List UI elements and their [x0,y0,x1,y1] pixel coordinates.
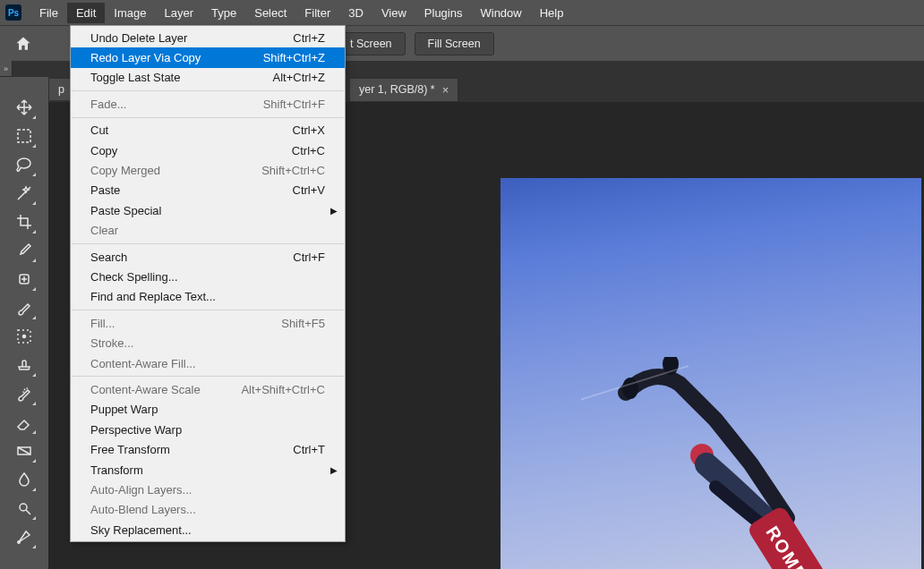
app-logo-text: Ps [8,8,19,18]
menu-item-auto-blend-layers: Auto-Blend Layers... [71,500,345,520]
menu-item-auto-align-layers: Auto-Align Layers... [71,480,345,499]
menu-item-label: Perspective Warp [90,423,182,437]
menu-item-toggle-last-state[interactable]: Toggle Last StateAlt+Ctrl+Z [71,68,345,88]
menu-item-transform[interactable]: Transform▶ [71,460,345,480]
eraser-tool[interactable] [10,408,38,437]
history-brush-tool[interactable] [10,379,38,408]
flyout-corner-icon [32,516,36,520]
menu-item-perspective-warp[interactable]: Perspective Warp [71,420,345,439]
menu-item-shortcut: Ctrl+V [293,183,325,197]
menu-item-paste-special[interactable]: Paste Special▶ [71,200,345,220]
flyout-corner-icon [32,316,36,319]
menubar-item-help[interactable]: Help [531,3,573,23]
healing-brush-tool-icon [15,270,33,288]
edit-menu-dropdown: Undo Delete LayerCtrl+ZRedo Layer Via Co… [70,25,346,542]
menu-item-label: Stroke... [90,336,133,350]
menu-item-free-transform[interactable]: Free TransformCtrl+T [71,439,345,459]
menu-item-label: Auto-Align Layers... [90,483,192,497]
menu-item-clear: Clear [71,221,345,241]
menu-item-shortcut: Shift+F5 [281,317,325,330]
menubar-item-window[interactable]: Window [471,3,530,23]
menu-item-label: Fade... [90,98,126,111]
menu-item-puppet-warp[interactable]: Puppet Warp [71,400,345,420]
menu-item-shortcut: Ctrl+F [293,251,325,264]
frame-tool-icon [15,327,33,345]
menu-separator [72,90,344,91]
magic-wand-tool-icon [15,184,33,202]
blur-tool[interactable] [10,465,38,494]
dodge-tool-icon [15,499,33,517]
crop-tool[interactable] [10,208,38,236]
dodge-tool[interactable] [10,494,38,522]
document-tab[interactable]: yer 1, RGB/8) * × [350,79,458,101]
menu-item-label: Redo Layer Via Copy [90,51,201,64]
clone-stamp-tool-icon [15,356,33,374]
lasso-tool-icon [15,156,33,174]
menu-separator [72,117,344,118]
lasso-tool[interactable] [10,150,38,179]
brush-tool[interactable] [10,293,38,322]
magic-wand-tool[interactable] [10,179,38,208]
menubar-item-layer[interactable]: Layer [156,3,203,23]
menu-item-shortcut: Ctrl+C [292,144,325,157]
menu-item-label: Auto-Blend Layers... [90,503,196,516]
svg-point-5 [20,504,27,511]
svg-point-10 [622,378,638,399]
clone-stamp-tool[interactable] [10,351,38,379]
svg-point-6 [18,541,20,543]
marquee-tool[interactable] [10,122,38,150]
eraser-tool-icon [15,413,33,431]
healing-brush-tool[interactable] [10,265,38,293]
menu-item-undo-delete-layer[interactable]: Undo Delete LayerCtrl+Z [71,28,345,47]
frame-tool[interactable] [10,322,38,351]
flyout-corner-icon [32,173,36,176]
menu-item-check-spelling[interactable]: Check Spelling... [71,267,345,286]
menu-item-copy[interactable]: CopyCtrl+C [71,140,345,160]
menu-item-cut[interactable]: CutCtrl+X [71,121,345,140]
menu-item-label: Copy Merged [90,164,160,177]
panel-flyout-handle[interactable]: » [0,61,13,77]
menu-separator [72,243,344,244]
menubar-item-edit[interactable]: Edit [67,3,105,23]
menu-item-label: Check Spelling... [90,270,178,284]
menu-item-fill: Fill...Shift+F5 [71,313,345,333]
menu-item-shortcut: Ctrl+T [293,443,325,456]
menu-item-redo-layer-via-copy[interactable]: Redo Layer Via CopyShift+Ctrl+Z [71,47,345,67]
flyout-corner-icon [32,259,36,262]
home-button[interactable] [5,30,41,57]
menubar-item-image[interactable]: Image [105,3,155,23]
menu-item-paste[interactable]: PasteCtrl+V [71,181,345,200]
menu-item-sky-replacement[interactable]: Sky Replacement... [71,520,345,539]
menu-item-search[interactable]: SearchCtrl+F [71,247,345,267]
fill-screen-button[interactable]: Fill Screen [415,32,494,55]
menu-item-stroke: Stroke... [71,333,345,352]
document-tab-title: yer 1, RGB/8) * [359,83,435,96]
flyout-corner-icon [32,287,36,291]
move-tool-icon [15,98,33,116]
menubar-item-select[interactable]: Select [245,3,295,23]
menu-item-fade: Fade...Shift+Ctrl+F [71,94,345,114]
gradient-tool[interactable] [10,437,38,465]
pen-tool[interactable] [10,522,38,551]
svg-point-3 [23,335,26,338]
menu-item-label: Fill... [90,317,115,330]
menu-item-label: Content-Aware Fill... [90,357,196,370]
eyedropper-tool[interactable] [10,236,38,265]
menu-separator [72,376,344,377]
close-icon[interactable]: × [442,83,449,97]
menubar-item-filter[interactable]: Filter [295,3,339,23]
menubar-item-type[interactable]: Type [202,3,245,23]
flyout-glyph: » [4,64,8,73]
home-icon [14,35,32,53]
menubar-item-3d[interactable]: 3D [339,3,372,23]
menu-item-label: Content-Aware Scale [90,383,201,396]
menubar-item-plugins[interactable]: Plugins [415,3,472,23]
menu-item-find-and-replace-text[interactable]: Find and Replace Text... [71,287,345,307]
flyout-corner-icon [32,402,36,405]
fit-screen-button[interactable]: t Screen [337,32,406,55]
marquee-tool-icon [15,127,33,145]
menu-item-label: Undo Delete Layer [90,31,187,45]
menubar-item-view[interactable]: View [372,3,415,23]
move-tool[interactable] [10,93,38,122]
menubar-item-file[interactable]: File [30,3,67,23]
